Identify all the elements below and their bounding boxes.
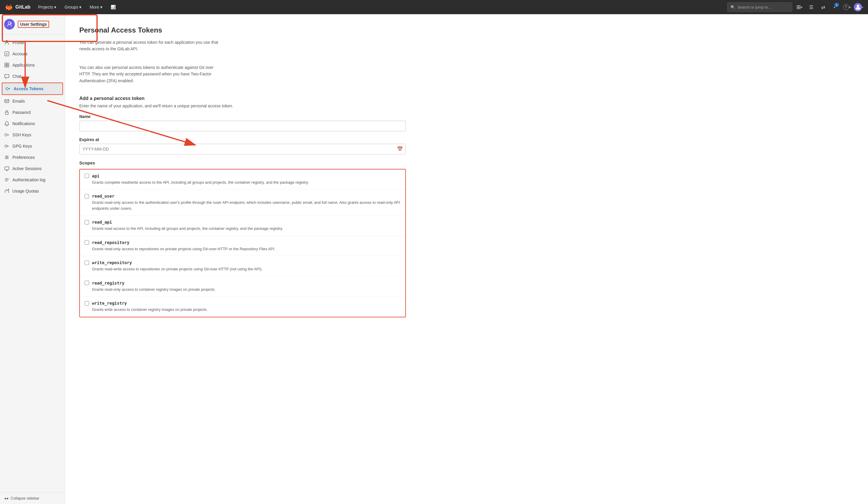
- help-button[interactable]: ? ▾: [842, 2, 851, 12]
- sidebar-item-notifications[interactable]: Notifications: [0, 118, 65, 129]
- gitlab-label: GitLab: [16, 4, 30, 10]
- ssh-key-icon: [4, 132, 9, 138]
- add-token-form: Add a personal access token Enter the na…: [79, 96, 406, 323]
- user-settings-title: User Settings: [18, 21, 49, 28]
- gitlab-logo-icon: [5, 3, 13, 11]
- sidebar-nav: Profile Account Applications: [0, 35, 65, 492]
- sliders-icon: [4, 155, 9, 160]
- form-section-title: Add a personal access token: [79, 96, 406, 101]
- scope-checkbox-read_repository[interactable]: [85, 240, 89, 245]
- scopes-box: api Grants complete read/write access to…: [79, 169, 406, 317]
- scope-checkbox-write_repository[interactable]: [85, 261, 89, 265]
- gitlab-brand[interactable]: GitLab: [5, 3, 30, 11]
- sidebar-item-password[interactable]: Password: [0, 107, 65, 118]
- scope-item: read_api Grants read access to the API, …: [80, 216, 405, 236]
- sidebar-item-account[interactable]: Account: [0, 48, 65, 60]
- todos-button[interactable]: ✓ 1: [830, 2, 840, 12]
- scope-checkbox-read_registry[interactable]: [85, 281, 89, 285]
- sidebar-item-label: Access Tokens: [14, 86, 43, 91]
- calendar-icon: 📅: [397, 146, 403, 152]
- nav-more[interactable]: More ▾: [87, 3, 105, 11]
- scope-desc-read_user: Grants read-only access to the authentic…: [92, 200, 401, 211]
- main-layout: User Settings Profile Account: [0, 14, 868, 504]
- email-icon: [4, 98, 9, 104]
- todo-badge: 1: [834, 3, 839, 7]
- avatar: [854, 3, 862, 11]
- scope-header-read_repository: read_repository: [85, 240, 401, 245]
- scope-checkbox-read_api[interactable]: [85, 220, 89, 224]
- sidebar-item-gpg-keys[interactable]: GPG Keys: [0, 140, 65, 152]
- chat-icon: [4, 74, 9, 79]
- sidebar-item-label: Chat: [12, 74, 21, 79]
- merge-request-icon: ⇄: [821, 4, 825, 10]
- sidebar-user-header: User Settings: [0, 14, 65, 35]
- sidebar-item-applications[interactable]: Applications: [0, 60, 65, 71]
- sidebar-item-label: Applications: [12, 63, 35, 67]
- scope-name-read_api: read_api: [92, 220, 112, 224]
- chevron-down-icon: ▾: [54, 5, 56, 9]
- user-avatar-button[interactable]: ▾: [854, 2, 863, 12]
- scope-item: api Grants complete read/write access to…: [80, 169, 405, 190]
- sidebar-item-label: Preferences: [12, 155, 34, 160]
- sidebar-item-profile[interactable]: Profile: [0, 37, 65, 48]
- scope-checkbox-write_registry[interactable]: [85, 301, 89, 306]
- sidebar-item-label: Usage Quotas: [12, 189, 39, 193]
- sidebar-item-authentication-log[interactable]: Authentication log: [0, 174, 65, 186]
- list-icon: [4, 177, 9, 182]
- svg-point-8: [6, 87, 8, 90]
- scope-name-write_registry: write_registry: [92, 301, 127, 306]
- svg-rect-6: [5, 65, 7, 67]
- global-search[interactable]: 🔍 Search or jump to...: [727, 2, 792, 12]
- expires-field-group: Expires at 📅: [79, 137, 406, 154]
- sidebar-toggle-button[interactable]: ☰: [806, 2, 816, 12]
- scope-desc-read_repository: Grants read-only access to repositories …: [92, 246, 401, 252]
- chevron-down-icon: ▾: [79, 5, 81, 9]
- nav-activity-chart[interactable]: 📊: [108, 3, 118, 11]
- page-title: Personal Access Tokens: [79, 26, 406, 34]
- scope-checkbox-api[interactable]: [85, 174, 89, 178]
- nav-projects[interactable]: Projects ▾: [35, 3, 60, 11]
- collapse-sidebar-button[interactable]: ◂◂ Collapse sidebar: [0, 492, 65, 504]
- sidebar-item-label: Account: [12, 51, 28, 56]
- person-icon: [4, 40, 9, 45]
- create-button[interactable]: ⊞ ▾: [795, 2, 804, 12]
- sidebar-item-ssh-keys[interactable]: SSH Keys: [0, 129, 65, 140]
- sidebar-item-usage-quotas[interactable]: Usage Quotas: [0, 186, 65, 197]
- sidebar-item-active-sessions[interactable]: Active Sessions: [0, 163, 65, 174]
- nav-groups[interactable]: Groups ▾: [62, 3, 84, 11]
- expires-input[interactable]: [79, 144, 406, 154]
- sidebar-item-chat[interactable]: Chat: [0, 71, 65, 82]
- user-settings-icon: [4, 19, 15, 30]
- chevron-down-icon: ▾: [801, 6, 802, 9]
- svg-point-2: [6, 41, 8, 43]
- scope-desc-api: Grants complete read/write access to the…: [92, 180, 401, 186]
- scope-desc-write_repository: Grants read-write access to repositories…: [92, 266, 401, 272]
- scope-checkbox-read_user[interactable]: [85, 194, 89, 198]
- scope-item: write_registry Grants write access to co…: [80, 297, 405, 317]
- svg-point-1: [10, 22, 12, 24]
- page-description-2: You can also use personal access tokens …: [79, 64, 221, 84]
- name-input[interactable]: [79, 121, 406, 131]
- name-field-group: Name: [79, 114, 406, 131]
- sidebar-item-label: SSH Keys: [12, 133, 31, 137]
- account-icon: [4, 51, 9, 56]
- sidebar-item-label: Authentication log: [12, 177, 45, 182]
- scopes-title: Scopes: [79, 160, 406, 165]
- scope-item: write_repository Grants read-write acces…: [80, 256, 405, 276]
- sidebar-icon: ☰: [809, 4, 813, 10]
- sidebar-item-access-tokens[interactable]: Access Tokens: [2, 83, 62, 94]
- name-label: Name: [79, 114, 406, 119]
- scope-item: read_repository Grants read-only access …: [80, 236, 405, 256]
- svg-rect-16: [5, 167, 9, 170]
- sidebar-item-emails[interactable]: Emails: [0, 96, 65, 107]
- chevron-down-icon: ▾: [849, 6, 850, 9]
- monitor-icon: [4, 166, 9, 171]
- bell-icon: [4, 121, 9, 126]
- svg-point-13: [6, 156, 7, 157]
- chart-icon: [4, 188, 9, 194]
- scope-header-read_user: read_user: [85, 194, 401, 198]
- merge-requests-button[interactable]: ⇄: [818, 2, 828, 12]
- sidebar: User Settings Profile Account: [0, 14, 65, 504]
- sidebar-item-preferences[interactable]: Preferences: [0, 152, 65, 163]
- svg-point-12: [5, 145, 7, 147]
